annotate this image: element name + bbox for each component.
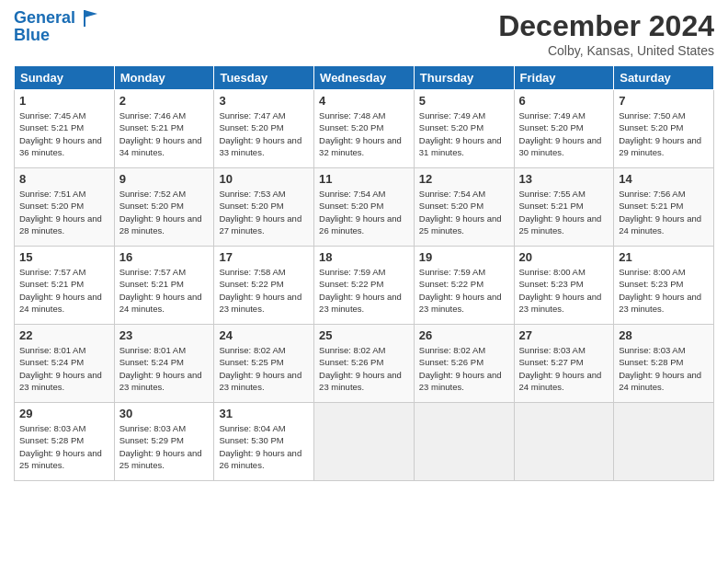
calendar-cell: 29Sunrise: 8:03 AMSunset: 5:28 PMDayligh… <box>15 403 115 481</box>
day-number: 8 <box>19 172 109 186</box>
calendar-cell: 11Sunrise: 7:54 AMSunset: 5:20 PMDayligh… <box>314 168 415 247</box>
day-number: 30 <box>119 407 210 420</box>
calendar: SundayMondayTuesdayWednesdayThursdayFrid… <box>14 65 714 481</box>
day-info: Sunrise: 8:00 AMSunset: 5:23 PMDaylight:… <box>619 266 709 315</box>
calendar-week-5: 29Sunrise: 8:03 AMSunset: 5:28 PMDayligh… <box>15 403 714 481</box>
svg-marker-1 <box>85 10 97 17</box>
calendar-cell: 5Sunrise: 7:49 AMSunset: 5:20 PMDaylight… <box>414 90 514 168</box>
calendar-cell: 31Sunrise: 8:04 AMSunset: 5:30 PMDayligh… <box>214 403 314 481</box>
day-info: Sunrise: 8:04 AMSunset: 5:30 PMDaylight:… <box>219 422 309 471</box>
day-number: 14 <box>619 172 709 186</box>
calendar-cell: 28Sunrise: 8:03 AMSunset: 5:28 PMDayligh… <box>614 325 714 403</box>
day-number: 26 <box>419 328 509 342</box>
logo: General Blue <box>14 9 101 45</box>
day-number: 2 <box>119 94 210 108</box>
calendar-cell: 13Sunrise: 7:55 AMSunset: 5:21 PMDayligh… <box>514 168 614 247</box>
calendar-cell: 19Sunrise: 7:59 AMSunset: 5:22 PMDayligh… <box>414 247 514 325</box>
calendar-cell: 1Sunrise: 7:45 AMSunset: 5:21 PMDaylight… <box>15 90 115 168</box>
day-number: 7 <box>619 94 709 108</box>
calendar-cell: 17Sunrise: 7:58 AMSunset: 5:22 PMDayligh… <box>214 247 314 325</box>
day-header-friday: Friday <box>514 66 614 90</box>
day-info: Sunrise: 8:03 AMSunset: 5:28 PMDaylight:… <box>19 422 109 471</box>
day-info: Sunrise: 8:03 AMSunset: 5:27 PMDaylight:… <box>519 344 609 393</box>
calendar-cell: 22Sunrise: 8:01 AMSunset: 5:24 PMDayligh… <box>15 325 115 403</box>
calendar-cell: 18Sunrise: 7:59 AMSunset: 5:22 PMDayligh… <box>314 247 415 325</box>
day-info: Sunrise: 7:57 AMSunset: 5:21 PMDaylight:… <box>119 266 210 315</box>
day-number: 4 <box>319 94 409 108</box>
day-info: Sunrise: 7:54 AMSunset: 5:20 PMDaylight:… <box>419 188 509 236</box>
day-number: 10 <box>219 172 309 186</box>
day-number: 21 <box>619 250 709 264</box>
title-area: December 2024 Colby, Kansas, United Stat… <box>498 9 714 58</box>
calendar-week-1: 1Sunrise: 7:45 AMSunset: 5:21 PMDaylight… <box>15 90 714 168</box>
day-number: 12 <box>419 172 509 186</box>
day-number: 31 <box>219 407 309 420</box>
day-header-saturday: Saturday <box>614 66 714 90</box>
day-info: Sunrise: 7:49 AMSunset: 5:20 PMDaylight:… <box>419 109 509 158</box>
day-info: Sunrise: 7:45 AMSunset: 5:21 PMDaylight:… <box>19 109 109 158</box>
day-info: Sunrise: 7:55 AMSunset: 5:21 PMDaylight:… <box>519 188 609 236</box>
day-number: 11 <box>319 172 409 186</box>
logo-blue: Blue <box>14 26 101 45</box>
day-number: 3 <box>219 94 309 108</box>
logo-flag-icon <box>81 10 101 27</box>
day-header-sunday: Sunday <box>15 66 115 90</box>
calendar-cell: 21Sunrise: 8:00 AMSunset: 5:23 PMDayligh… <box>614 247 714 325</box>
day-number: 6 <box>519 94 609 108</box>
calendar-cell: 12Sunrise: 7:54 AMSunset: 5:20 PMDayligh… <box>414 168 514 247</box>
calendar-cell: 7Sunrise: 7:50 AMSunset: 5:20 PMDaylight… <box>614 90 714 168</box>
calendar-cell <box>314 403 415 481</box>
calendar-cell: 10Sunrise: 7:53 AMSunset: 5:20 PMDayligh… <box>214 168 314 247</box>
day-info: Sunrise: 7:58 AMSunset: 5:22 PMDaylight:… <box>219 266 309 315</box>
calendar-week-3: 15Sunrise: 7:57 AMSunset: 5:21 PMDayligh… <box>15 247 714 325</box>
day-info: Sunrise: 8:00 AMSunset: 5:23 PMDaylight:… <box>519 266 609 315</box>
day-number: 28 <box>619 328 709 342</box>
day-info: Sunrise: 7:54 AMSunset: 5:20 PMDaylight:… <box>319 188 409 236</box>
calendar-cell <box>514 403 614 481</box>
calendar-cell: 27Sunrise: 8:03 AMSunset: 5:27 PMDayligh… <box>514 325 614 403</box>
day-info: Sunrise: 7:57 AMSunset: 5:21 PMDaylight:… <box>19 266 109 315</box>
calendar-cell: 24Sunrise: 8:02 AMSunset: 5:25 PMDayligh… <box>214 325 314 403</box>
calendar-week-4: 22Sunrise: 8:01 AMSunset: 5:24 PMDayligh… <box>15 325 714 403</box>
calendar-week-2: 8Sunrise: 7:51 AMSunset: 5:20 PMDaylight… <box>15 168 714 247</box>
day-info: Sunrise: 7:49 AMSunset: 5:20 PMDaylight:… <box>519 109 609 158</box>
calendar-cell: 3Sunrise: 7:47 AMSunset: 5:20 PMDaylight… <box>214 90 314 168</box>
calendar-cell: 8Sunrise: 7:51 AMSunset: 5:20 PMDaylight… <box>15 168 115 247</box>
calendar-cell: 25Sunrise: 8:02 AMSunset: 5:26 PMDayligh… <box>314 325 415 403</box>
day-number: 23 <box>119 328 210 342</box>
day-number: 13 <box>519 172 609 186</box>
logo-text: General <box>14 9 101 28</box>
day-info: Sunrise: 7:51 AMSunset: 5:20 PMDaylight:… <box>19 188 109 236</box>
day-info: Sunrise: 8:03 AMSunset: 5:29 PMDaylight:… <box>119 422 210 471</box>
days-header-row: SundayMondayTuesdayWednesdayThursdayFrid… <box>15 66 714 90</box>
day-number: 9 <box>119 172 210 186</box>
day-info: Sunrise: 8:03 AMSunset: 5:28 PMDaylight:… <box>619 344 709 393</box>
day-number: 15 <box>19 250 109 264</box>
day-number: 1 <box>19 94 109 108</box>
day-number: 19 <box>419 250 509 264</box>
day-number: 22 <box>19 328 109 342</box>
day-number: 20 <box>519 250 609 264</box>
day-info: Sunrise: 8:01 AMSunset: 5:24 PMDaylight:… <box>19 344 109 393</box>
day-info: Sunrise: 8:02 AMSunset: 5:25 PMDaylight:… <box>219 344 309 393</box>
calendar-cell: 16Sunrise: 7:57 AMSunset: 5:21 PMDayligh… <box>114 247 214 325</box>
day-number: 25 <box>319 328 409 342</box>
day-info: Sunrise: 8:02 AMSunset: 5:26 PMDaylight:… <box>319 344 409 393</box>
day-header-tuesday: Tuesday <box>214 66 314 90</box>
day-info: Sunrise: 7:47 AMSunset: 5:20 PMDaylight:… <box>219 109 309 158</box>
calendar-cell: 9Sunrise: 7:52 AMSunset: 5:20 PMDaylight… <box>114 168 214 247</box>
day-header-monday: Monday <box>114 66 214 90</box>
day-info: Sunrise: 8:01 AMSunset: 5:24 PMDaylight:… <box>119 344 210 393</box>
day-header-thursday: Thursday <box>414 66 514 90</box>
day-header-wednesday: Wednesday <box>314 66 415 90</box>
day-info: Sunrise: 7:59 AMSunset: 5:22 PMDaylight:… <box>419 266 509 315</box>
day-info: Sunrise: 7:52 AMSunset: 5:20 PMDaylight:… <box>119 188 210 236</box>
calendar-cell: 30Sunrise: 8:03 AMSunset: 5:29 PMDayligh… <box>114 403 214 481</box>
logo-general: General <box>14 8 75 27</box>
month-title: December 2024 <box>498 9 714 43</box>
calendar-cell: 20Sunrise: 8:00 AMSunset: 5:23 PMDayligh… <box>514 247 614 325</box>
header: General Blue December 2024 Colby, Kansas… <box>14 9 714 58</box>
day-info: Sunrise: 7:53 AMSunset: 5:20 PMDaylight:… <box>219 188 309 236</box>
day-info: Sunrise: 7:46 AMSunset: 5:21 PMDaylight:… <box>119 109 210 158</box>
calendar-cell: 15Sunrise: 7:57 AMSunset: 5:21 PMDayligh… <box>15 247 115 325</box>
